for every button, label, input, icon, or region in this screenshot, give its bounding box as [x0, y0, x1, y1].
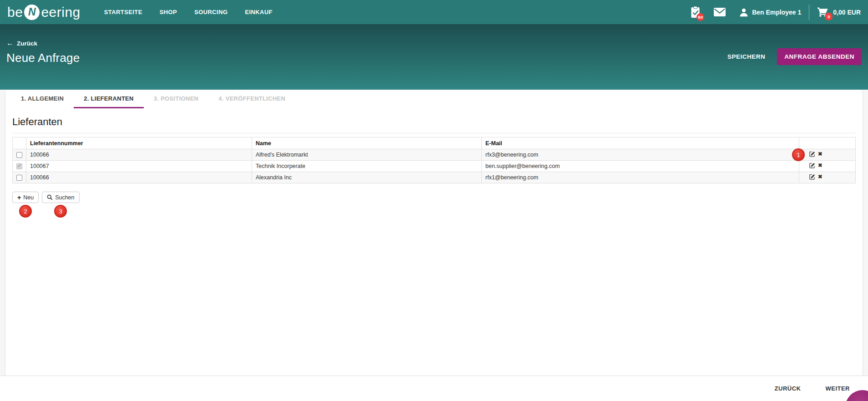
delete-x-icon: ✖ [818, 174, 823, 180]
tab-lieferanten[interactable]: 2. LIEFERANTEN [74, 90, 144, 108]
footer-next-button[interactable]: WEITER [825, 385, 850, 392]
checkbox-cell [13, 161, 26, 172]
cart-badge: 0 [825, 13, 833, 20]
table-row: 100066 Alfred's Elektromarkt rfx3@beneer… [13, 149, 856, 161]
row-checkbox[interactable] [16, 175, 22, 181]
logo-text-post: eering [41, 5, 80, 20]
main-area: 1. ALLGEMEIN 2. LIEFERANTEN 3. POSITIONE… [0, 90, 868, 376]
annotation-step-1: 1 [792, 148, 805, 161]
logo-text-pre: be [7, 5, 23, 20]
supplier-email-cell: rfx3@beneering.com [482, 149, 799, 161]
edit-supplier-button[interactable] [809, 162, 815, 168]
supplier-number-cell: 100066 [26, 149, 252, 161]
nav-item-sourcing[interactable]: SOURCING [194, 9, 227, 15]
checkbox-cell [13, 149, 26, 161]
edit-icon [809, 162, 815, 168]
back-link-label: Zurück [17, 40, 37, 47]
row-checkbox[interactable] [16, 152, 22, 158]
delete-x-icon: ✖ [818, 163, 823, 168]
main-menu: STARTSEITE SHOP SOURCING EINKAUF [104, 9, 273, 15]
actions-cell: ✖ [799, 172, 856, 183]
annotation-step-3: 3 [54, 205, 67, 218]
edit-supplier-button[interactable] [809, 151, 815, 157]
cart-button[interactable]: 0 0,00 EUR [817, 6, 861, 18]
remove-supplier-button[interactable]: ✖ [818, 174, 823, 180]
top-nav-bar: be N eering STARTSEITE SHOP SOURCING EIN… [0, 0, 868, 24]
new-supplier-button[interactable]: + Neu [12, 192, 39, 203]
remove-supplier-button[interactable]: ✖ [818, 152, 823, 157]
table-row: 100066 Alexandria Inc rfx1@beneering.com [13, 172, 856, 183]
row-actions: ✖ [809, 174, 823, 180]
wizard-tabs: 1. ALLGEMEIN 2. LIEFERANTEN 3. POSITIONE… [5, 90, 863, 108]
nav-item-einkauf[interactable]: EINKAUF [245, 9, 273, 15]
row-actions: ✖ [809, 162, 823, 168]
supplier-email-cell: ben.supplier@beneering.com [482, 161, 799, 172]
wizard-footer: ZURÜCK WEITER [0, 376, 868, 401]
plus-icon: + [17, 194, 21, 201]
tab-veroeffentlichen: 4. VERÖFFENTLICHEN [208, 90, 295, 108]
search-icon [47, 194, 53, 200]
delete-x-icon: ✖ [818, 152, 823, 157]
cart-total: 0,00 EUR [833, 9, 861, 16]
table-header-row: Lieferantennummer Name E-Mail [13, 137, 856, 149]
header-checkbox-cell [13, 137, 26, 149]
checkbox-cell [13, 172, 26, 183]
table-buttons: + Neu 2 Suchen 3 [12, 192, 856, 203]
topnav-divider [809, 5, 809, 20]
page-header: ← Zurück Neue Anfrage SPEICHERN ANFRAGE … [0, 24, 868, 90]
save-button[interactable]: SPEICHERN [727, 53, 765, 60]
footer-back-button[interactable]: ZURÜCK [775, 385, 801, 392]
tasks-badge: 60 [696, 13, 704, 21]
row-actions: ✖ [809, 151, 823, 157]
back-arrow-icon: ← [6, 40, 14, 47]
header-actions: SPEICHERN ANFRAGE ABSENDEN [727, 48, 862, 65]
edit-icon [809, 174, 815, 180]
tab-content: Lieferanten Lieferantennummer Name E-Mai… [5, 116, 863, 203]
user-icon [739, 8, 748, 17]
tab-positionen: 3. POSITIONEN [144, 90, 209, 108]
messages-button[interactable] [714, 8, 726, 16]
supplier-number-cell: 100067 [26, 161, 252, 172]
remove-supplier-button[interactable]: ✖ [818, 163, 823, 168]
table-row: 100067 Technik Incorperate ben.supplier@… [13, 161, 856, 172]
user-menu[interactable]: Ben Employee 1 [739, 8, 801, 17]
nav-item-shop[interactable]: SHOP [160, 9, 177, 15]
header-actions [799, 137, 856, 149]
back-link[interactable]: ← Zurück [6, 40, 37, 47]
edit-supplier-button[interactable] [809, 174, 815, 180]
cart-icon-wrap: 0 [817, 6, 828, 18]
new-button-label: Neu [23, 194, 34, 201]
annotation-step-2: 2 [19, 205, 32, 218]
actions-cell: 1 ✖ [799, 149, 856, 161]
nav-item-startseite[interactable]: STARTSEITE [104, 9, 142, 15]
header-name: Name [252, 137, 482, 149]
supplier-name-cell: Alexandria Inc [252, 172, 482, 183]
content-card: 1. ALLGEMEIN 2. LIEFERANTEN 3. POSITIONE… [5, 90, 863, 376]
supplier-name-cell: Alfred's Elektromarkt [252, 149, 482, 161]
beneering-logo[interactable]: be N eering [7, 5, 81, 20]
submit-request-button[interactable]: ANFRAGE ABSENDEN [777, 48, 862, 65]
logo-n-icon: N [24, 5, 40, 20]
supplier-number-cell: 100066 [26, 172, 252, 183]
tab-allgemein[interactable]: 1. ALLGEMEIN [11, 90, 74, 108]
header-email: E-Mail [482, 137, 799, 149]
user-name: Ben Employee 1 [752, 9, 801, 16]
mail-icon [714, 8, 726, 16]
search-supplier-button[interactable]: Suchen [42, 192, 79, 203]
row-checkbox [16, 163, 22, 169]
supplier-name-cell: Technik Incorperate [252, 161, 482, 172]
header-number: Lieferantennummer [26, 137, 252, 149]
section-heading: Lieferanten [12, 116, 856, 128]
top-nav-right: 60 Ben Employee 1 0 0,00 EUR [691, 5, 861, 20]
edit-icon [809, 151, 815, 157]
tasks-button[interactable]: 60 [691, 6, 700, 18]
supplier-email-cell: rfx1@beneering.com [482, 172, 799, 183]
search-button-label: Suchen [55, 194, 74, 201]
suppliers-table: Lieferantennummer Name E-Mail 100066 Alf… [12, 137, 856, 183]
actions-cell: ✖ [799, 161, 856, 172]
heading-divider [12, 133, 856, 133]
